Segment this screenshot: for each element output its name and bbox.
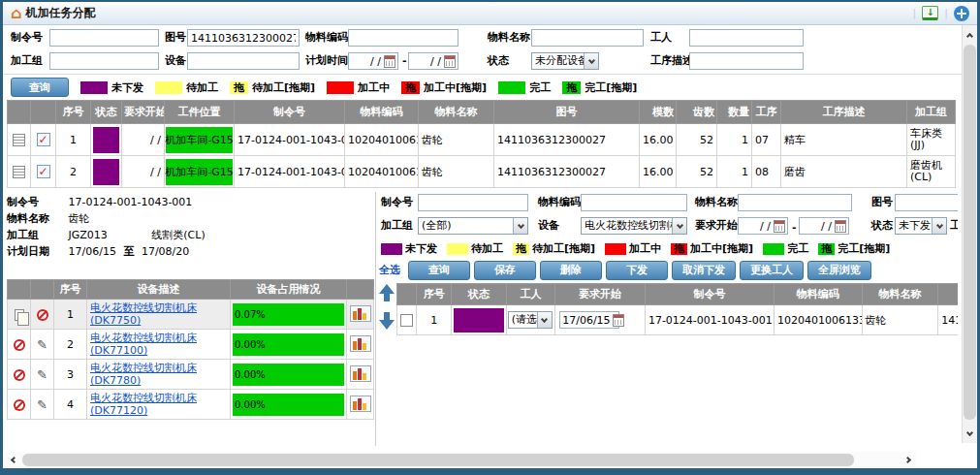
legend-swatch-done	[763, 243, 784, 255]
legend-label: 待加工[拖期]	[252, 80, 315, 95]
move-row-down-arrow[interactable]	[379, 312, 395, 333]
calendar-icon[interactable]	[613, 314, 624, 327]
edit-pencil-icon[interactable]: ✎	[37, 397, 47, 412]
order-no-input[interactable]	[49, 29, 159, 47]
divider: |	[913, 7, 917, 19]
legend-swatch-processing	[327, 81, 354, 94]
device-table: 序号 设备描述 设备占用情况 1 电火花数控线切割机床(DK7750) 0.07…	[7, 279, 374, 420]
move-icon[interactable]	[954, 6, 969, 21]
panel-divider	[375, 192, 376, 446]
usage-bar: 0.00%	[233, 394, 344, 416]
forbid-icon[interactable]	[14, 339, 25, 351]
row-checkbox[interactable]	[400, 314, 413, 327]
calendar-icon[interactable]	[835, 220, 846, 233]
status-select[interactable]: 未下发	[895, 217, 947, 235]
row-checkbox-checked[interactable]: ✓	[37, 133, 50, 146]
detail-list-icon[interactable]	[13, 166, 25, 178]
query-button[interactable]: 查询	[11, 78, 69, 97]
export-icon[interactable]: ↓	[922, 6, 938, 20]
detail-plan-line: 计划日期 17/06/15 至 17/08/20	[7, 243, 373, 260]
save-button[interactable]: 保存	[474, 261, 536, 280]
status-label: 状态	[871, 217, 893, 235]
plan-time-to-field[interactable]: / /	[408, 52, 458, 70]
device-row: 1 电火花数控线切割机床(DK7750) 0.07%	[8, 300, 374, 330]
device-row: ✎ 2 电火花数控线切割机床(DK77100) 0.00%	[8, 330, 374, 360]
detail-group-line: 加工组 JGZ013 线割类(CL)	[7, 227, 373, 243]
chevron-down-icon[interactable]	[672, 218, 686, 234]
delete-button[interactable]: 删除	[540, 261, 602, 280]
calendar-icon[interactable]	[444, 55, 456, 68]
edit-pencil-icon[interactable]: ✎	[37, 367, 47, 382]
req-start-to-field[interactable]: / /	[799, 217, 849, 235]
drawing-no-label: 图号	[871, 194, 893, 211]
forbid-icon[interactable]	[14, 399, 25, 411]
horizontal-scroll-thumb[interactable]	[22, 454, 854, 466]
chevron-down-icon[interactable]	[932, 218, 946, 234]
worker-label: 工人	[950, 217, 958, 235]
change-worker-button[interactable]: 更换工人	[740, 261, 804, 280]
copy-icon[interactable]	[15, 309, 24, 321]
usage-chart-icon[interactable]	[350, 305, 371, 322]
device-select[interactable]: 电火花数控线切割机床	[581, 217, 687, 235]
legend-label: 待加工	[186, 80, 218, 95]
status-badge	[454, 308, 503, 332]
device-link[interactable]: 电火花数控线切割机床(DK77120)	[90, 392, 227, 417]
chevron-down-icon[interactable]	[537, 312, 552, 328]
plan-time-from-field[interactable]: / /	[348, 52, 398, 70]
fullscreen-button[interactable]: 全屏浏览	[807, 261, 871, 280]
vertical-scrollbar[interactable]	[962, 25, 977, 443]
material-code-label: 物料编码	[538, 194, 581, 211]
scroll-left-arrow[interactable]	[5, 452, 20, 467]
usage-chart-icon[interactable]	[350, 365, 371, 382]
legend-swatch-processing-overdue: 拖	[671, 243, 687, 255]
drawing-no-input[interactable]	[187, 29, 300, 47]
detail-list-icon[interactable]	[13, 134, 25, 146]
forbid-icon[interactable]	[37, 309, 48, 321]
detail-material-line: 物料名称 齿轮	[7, 210, 373, 227]
req-start-date-field[interactable]: 17/06/15	[559, 311, 619, 329]
forbid-icon[interactable]	[14, 369, 25, 381]
horizontal-scrollbar[interactable]	[5, 452, 916, 467]
legend-label: 完工[拖期]	[585, 80, 637, 95]
worker-input[interactable]	[689, 29, 804, 47]
drawing-no-input[interactable]	[895, 194, 958, 211]
vertical-scroll-thumb[interactable]	[964, 45, 976, 420]
material-name-input[interactable]	[531, 29, 644, 47]
material-code-input[interactable]	[348, 29, 458, 47]
order-no-input[interactable]	[418, 194, 528, 211]
titlebar-actions: | ↓ |	[913, 6, 969, 21]
legend-swatch-pending-overdue: 拖	[230, 81, 248, 94]
material-name-input[interactable]	[738, 194, 852, 211]
status-select[interactable]: 未分配设备	[531, 52, 599, 70]
usage-chart-icon[interactable]	[350, 396, 371, 412]
row-checkbox-checked[interactable]: ✓	[37, 165, 50, 178]
device-link[interactable]: 电火花数控线切割机床(DK77100)	[90, 332, 227, 357]
legend-swatch-unreleased	[381, 243, 402, 255]
query-button[interactable]: 查询	[408, 261, 470, 280]
worker-label: 工人	[650, 29, 672, 47]
edit-pencil-icon[interactable]: ✎	[37, 337, 47, 352]
req-start-from-field[interactable]: / /	[738, 217, 788, 235]
scroll-right-arrow[interactable]	[901, 452, 916, 467]
calendar-icon[interactable]	[384, 55, 395, 68]
process-group-select[interactable]: (全部)	[418, 217, 528, 235]
legend-swatch-unreleased	[80, 81, 108, 94]
cancel-release-button[interactable]: 取消下发	[672, 261, 736, 280]
move-row-up-arrow[interactable]	[379, 284, 395, 305]
device-link[interactable]: 电火花数控线切割机床(DK7750)	[90, 301, 227, 327]
device-input[interactable]	[187, 52, 300, 70]
chevron-down-icon[interactable]	[513, 218, 527, 234]
chevron-down-icon[interactable]	[584, 53, 598, 69]
usage-chart-icon[interactable]	[350, 335, 371, 352]
select-all-link[interactable]: 全选	[379, 263, 400, 277]
device-link[interactable]: 电火花数控线切割机床(DK7780)	[90, 362, 227, 387]
calendar-icon[interactable]	[774, 220, 785, 233]
process-group-input[interactable]	[49, 52, 159, 70]
worker-select[interactable]: (请选择	[508, 311, 553, 329]
op-desc-input[interactable]	[689, 52, 804, 70]
material-code-input[interactable]	[581, 194, 687, 211]
legend-label: 待加工	[471, 241, 503, 256]
release-button[interactable]: 下发	[606, 261, 668, 280]
scroll-down-arrow[interactable]	[963, 426, 977, 441]
scroll-up-arrow[interactable]	[963, 27, 977, 43]
